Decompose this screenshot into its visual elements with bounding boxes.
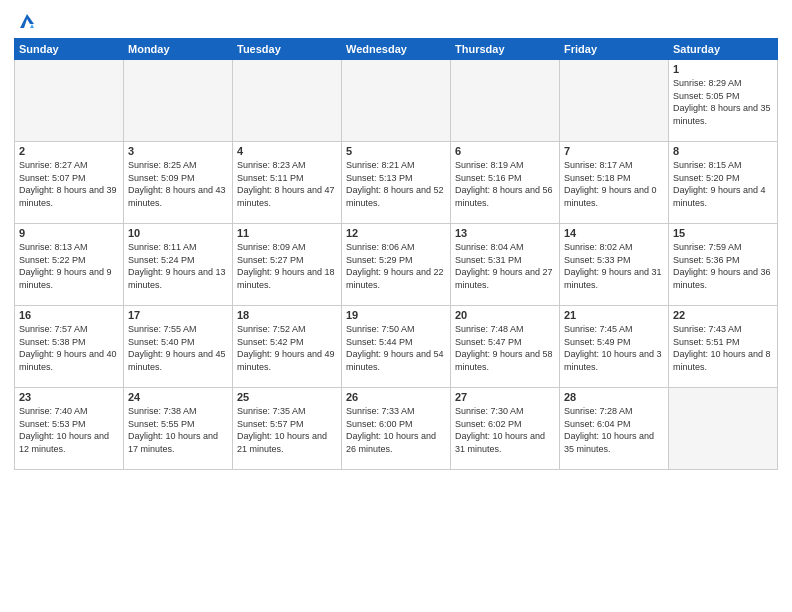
day-info: Sunrise: 8:29 AMSunset: 5:05 PMDaylight:…: [673, 77, 773, 127]
day-number: 22: [673, 309, 773, 321]
day-number: 4: [237, 145, 337, 157]
calendar-cell: 23Sunrise: 7:40 AMSunset: 5:53 PMDayligh…: [15, 388, 124, 470]
day-info: Sunrise: 7:45 AMSunset: 5:49 PMDaylight:…: [564, 323, 664, 373]
weekday-header-tuesday: Tuesday: [233, 39, 342, 60]
day-number: 8: [673, 145, 773, 157]
calendar-week-4: 23Sunrise: 7:40 AMSunset: 5:53 PMDayligh…: [15, 388, 778, 470]
calendar-cell: 2Sunrise: 8:27 AMSunset: 5:07 PMDaylight…: [15, 142, 124, 224]
calendar-week-2: 9Sunrise: 8:13 AMSunset: 5:22 PMDaylight…: [15, 224, 778, 306]
day-info: Sunrise: 8:04 AMSunset: 5:31 PMDaylight:…: [455, 241, 555, 291]
day-number: 17: [128, 309, 228, 321]
day-number: 20: [455, 309, 555, 321]
day-number: 7: [564, 145, 664, 157]
calendar-week-3: 16Sunrise: 7:57 AMSunset: 5:38 PMDayligh…: [15, 306, 778, 388]
day-number: 27: [455, 391, 555, 403]
day-info: Sunrise: 7:38 AMSunset: 5:55 PMDaylight:…: [128, 405, 228, 455]
day-info: Sunrise: 7:28 AMSunset: 6:04 PMDaylight:…: [564, 405, 664, 455]
calendar-cell: 3Sunrise: 8:25 AMSunset: 5:09 PMDaylight…: [124, 142, 233, 224]
calendar-cell: 22Sunrise: 7:43 AMSunset: 5:51 PMDayligh…: [669, 306, 778, 388]
day-number: 13: [455, 227, 555, 239]
calendar-week-1: 2Sunrise: 8:27 AMSunset: 5:07 PMDaylight…: [15, 142, 778, 224]
day-number: 5: [346, 145, 446, 157]
day-number: 6: [455, 145, 555, 157]
calendar-week-0: 1Sunrise: 8:29 AMSunset: 5:05 PMDaylight…: [15, 60, 778, 142]
day-number: 21: [564, 309, 664, 321]
calendar-cell: [451, 60, 560, 142]
day-info: Sunrise: 7:43 AMSunset: 5:51 PMDaylight:…: [673, 323, 773, 373]
day-number: 11: [237, 227, 337, 239]
calendar-cell: 12Sunrise: 8:06 AMSunset: 5:29 PMDayligh…: [342, 224, 451, 306]
day-info: Sunrise: 7:33 AMSunset: 6:00 PMDaylight:…: [346, 405, 446, 455]
day-number: 12: [346, 227, 446, 239]
calendar-cell: [669, 388, 778, 470]
calendar-cell: [233, 60, 342, 142]
calendar-cell: [15, 60, 124, 142]
day-number: 2: [19, 145, 119, 157]
calendar-cell: 26Sunrise: 7:33 AMSunset: 6:00 PMDayligh…: [342, 388, 451, 470]
calendar-cell: 27Sunrise: 7:30 AMSunset: 6:02 PMDayligh…: [451, 388, 560, 470]
logo-icon: [16, 10, 38, 32]
day-info: Sunrise: 7:57 AMSunset: 5:38 PMDaylight:…: [19, 323, 119, 373]
day-info: Sunrise: 8:09 AMSunset: 5:27 PMDaylight:…: [237, 241, 337, 291]
day-number: 25: [237, 391, 337, 403]
day-number: 15: [673, 227, 773, 239]
day-info: Sunrise: 7:48 AMSunset: 5:47 PMDaylight:…: [455, 323, 555, 373]
page-header: [14, 10, 778, 32]
calendar-body: 1Sunrise: 8:29 AMSunset: 5:05 PMDaylight…: [15, 60, 778, 470]
weekday-header-saturday: Saturday: [669, 39, 778, 60]
day-info: Sunrise: 8:23 AMSunset: 5:11 PMDaylight:…: [237, 159, 337, 209]
calendar-cell: 5Sunrise: 8:21 AMSunset: 5:13 PMDaylight…: [342, 142, 451, 224]
calendar-cell: 17Sunrise: 7:55 AMSunset: 5:40 PMDayligh…: [124, 306, 233, 388]
day-info: Sunrise: 8:15 AMSunset: 5:20 PMDaylight:…: [673, 159, 773, 209]
logo: [14, 10, 38, 32]
calendar-cell: 6Sunrise: 8:19 AMSunset: 5:16 PMDaylight…: [451, 142, 560, 224]
weekday-header-wednesday: Wednesday: [342, 39, 451, 60]
calendar-cell: 11Sunrise: 8:09 AMSunset: 5:27 PMDayligh…: [233, 224, 342, 306]
day-info: Sunrise: 8:21 AMSunset: 5:13 PMDaylight:…: [346, 159, 446, 209]
day-info: Sunrise: 8:25 AMSunset: 5:09 PMDaylight:…: [128, 159, 228, 209]
calendar-cell: 14Sunrise: 8:02 AMSunset: 5:33 PMDayligh…: [560, 224, 669, 306]
day-number: 19: [346, 309, 446, 321]
calendar-cell: 8Sunrise: 8:15 AMSunset: 5:20 PMDaylight…: [669, 142, 778, 224]
day-number: 3: [128, 145, 228, 157]
day-number: 1: [673, 63, 773, 75]
day-info: Sunrise: 7:59 AMSunset: 5:36 PMDaylight:…: [673, 241, 773, 291]
day-info: Sunrise: 8:13 AMSunset: 5:22 PMDaylight:…: [19, 241, 119, 291]
day-number: 23: [19, 391, 119, 403]
calendar-cell: 13Sunrise: 8:04 AMSunset: 5:31 PMDayligh…: [451, 224, 560, 306]
calendar-header: SundayMondayTuesdayWednesdayThursdayFrid…: [15, 39, 778, 60]
day-number: 10: [128, 227, 228, 239]
day-info: Sunrise: 8:27 AMSunset: 5:07 PMDaylight:…: [19, 159, 119, 209]
weekday-header-friday: Friday: [560, 39, 669, 60]
day-info: Sunrise: 7:35 AMSunset: 5:57 PMDaylight:…: [237, 405, 337, 455]
calendar-cell: [342, 60, 451, 142]
day-info: Sunrise: 7:40 AMSunset: 5:53 PMDaylight:…: [19, 405, 119, 455]
calendar-cell: 19Sunrise: 7:50 AMSunset: 5:44 PMDayligh…: [342, 306, 451, 388]
day-info: Sunrise: 8:11 AMSunset: 5:24 PMDaylight:…: [128, 241, 228, 291]
day-info: Sunrise: 8:17 AMSunset: 5:18 PMDaylight:…: [564, 159, 664, 209]
calendar-cell: 21Sunrise: 7:45 AMSunset: 5:49 PMDayligh…: [560, 306, 669, 388]
weekday-header-row: SundayMondayTuesdayWednesdayThursdayFrid…: [15, 39, 778, 60]
weekday-header-sunday: Sunday: [15, 39, 124, 60]
day-info: Sunrise: 8:06 AMSunset: 5:29 PMDaylight:…: [346, 241, 446, 291]
day-info: Sunrise: 7:55 AMSunset: 5:40 PMDaylight:…: [128, 323, 228, 373]
day-number: 24: [128, 391, 228, 403]
calendar-cell: [560, 60, 669, 142]
calendar-cell: 16Sunrise: 7:57 AMSunset: 5:38 PMDayligh…: [15, 306, 124, 388]
day-number: 9: [19, 227, 119, 239]
calendar-table: SundayMondayTuesdayWednesdayThursdayFrid…: [14, 38, 778, 470]
calendar-cell: [124, 60, 233, 142]
calendar-cell: 15Sunrise: 7:59 AMSunset: 5:36 PMDayligh…: [669, 224, 778, 306]
calendar-cell: 25Sunrise: 7:35 AMSunset: 5:57 PMDayligh…: [233, 388, 342, 470]
calendar-cell: 20Sunrise: 7:48 AMSunset: 5:47 PMDayligh…: [451, 306, 560, 388]
weekday-header-thursday: Thursday: [451, 39, 560, 60]
day-number: 28: [564, 391, 664, 403]
day-info: Sunrise: 7:52 AMSunset: 5:42 PMDaylight:…: [237, 323, 337, 373]
day-number: 14: [564, 227, 664, 239]
calendar-cell: 9Sunrise: 8:13 AMSunset: 5:22 PMDaylight…: [15, 224, 124, 306]
calendar-cell: 1Sunrise: 8:29 AMSunset: 5:05 PMDaylight…: [669, 60, 778, 142]
day-info: Sunrise: 7:30 AMSunset: 6:02 PMDaylight:…: [455, 405, 555, 455]
day-number: 18: [237, 309, 337, 321]
calendar-cell: 4Sunrise: 8:23 AMSunset: 5:11 PMDaylight…: [233, 142, 342, 224]
day-info: Sunrise: 7:50 AMSunset: 5:44 PMDaylight:…: [346, 323, 446, 373]
